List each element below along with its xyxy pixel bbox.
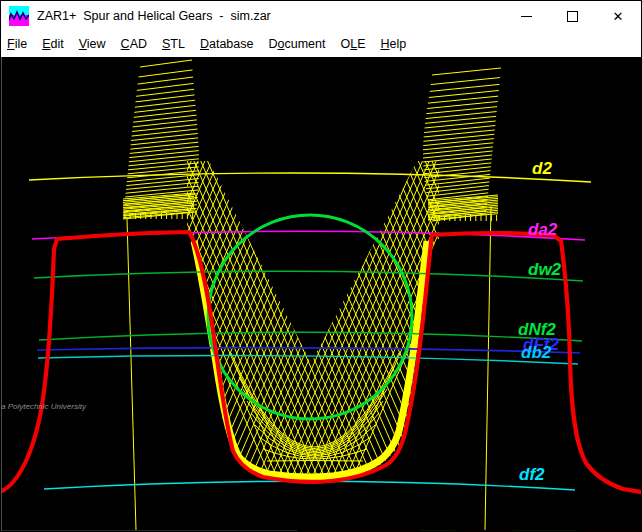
hob-tooth-stacks xyxy=(123,60,501,530)
window-title: ZAR1+ Spur and Helical Gears - sim.zar xyxy=(37,9,271,23)
maximize-button[interactable] xyxy=(549,1,595,31)
close-icon: ✕ xyxy=(613,10,624,23)
app-window: ZAR1+ Spur and Helical Gears - sim.zar ✕… xyxy=(0,0,642,532)
menu-item-stl[interactable]: STL xyxy=(162,37,185,51)
minimize-button[interactable] xyxy=(503,1,549,31)
diameter-line-dw2 xyxy=(34,271,583,281)
menu-item-database[interactable]: Database xyxy=(200,37,254,51)
close-button[interactable]: ✕ xyxy=(595,1,641,31)
menu-item-edit[interactable]: Edit xyxy=(42,37,64,51)
maximize-icon xyxy=(567,11,578,22)
diameter-label-dw2: dw2 xyxy=(528,261,561,278)
diameter-line-dFf2 xyxy=(37,348,580,353)
diameter-label-db2: db2 xyxy=(521,344,551,361)
menu-item-help[interactable]: Help xyxy=(380,37,406,51)
diameter-line-d2 xyxy=(29,173,591,182)
diameter-label-da2: da2 xyxy=(528,221,557,238)
diameter-label-d2: d2 xyxy=(532,160,552,177)
menu-bar: FileEditViewCADSTLDatabaseDocumentOLEHel… xyxy=(1,31,641,57)
menu-item-cad[interactable]: CAD xyxy=(121,37,147,51)
diameter-label-df2: df2 xyxy=(519,466,545,483)
menu-item-document[interactable]: Document xyxy=(268,37,325,51)
window-controls: ✕ xyxy=(503,1,641,31)
app-icon xyxy=(9,6,29,26)
drawing-area[interactable]: a Polytechnic Universityd2da2dw2dNf2dFf2… xyxy=(1,57,642,532)
menu-item-ole[interactable]: OLE xyxy=(340,37,365,51)
watermark-text: a Polytechnic University xyxy=(1,402,86,411)
menu-item-file[interactable]: File xyxy=(7,37,27,51)
gear-drawing xyxy=(1,57,642,532)
minimize-icon xyxy=(521,16,532,17)
diameter-line-dNf2 xyxy=(39,332,582,341)
title-bar: ZAR1+ Spur and Helical Gears - sim.zar ✕ xyxy=(1,1,641,31)
menu-item-view[interactable]: View xyxy=(79,37,106,51)
